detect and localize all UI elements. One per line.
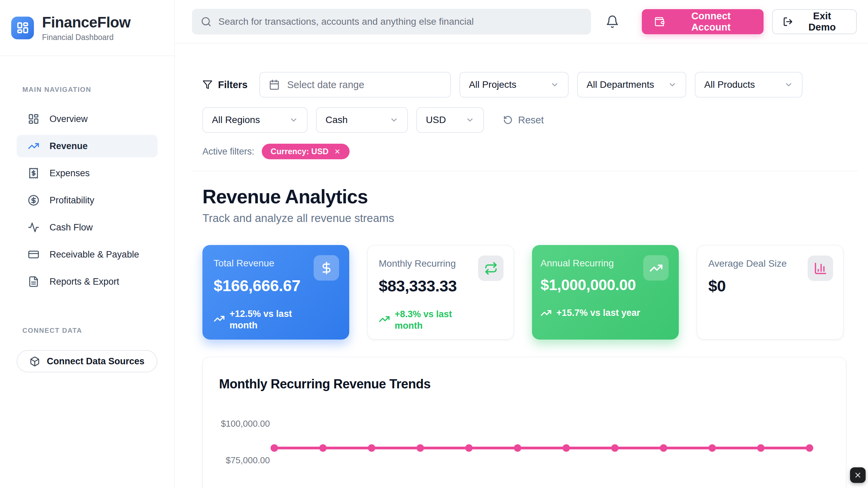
metric-card-annual-recurring: Annual Recurring $1,000,000.00 +15.7% vs… (532, 245, 679, 340)
products-select[interactable]: All Products (695, 72, 803, 98)
bar-chart-icon (814, 262, 827, 275)
sidebar-item-label: Profitability (50, 195, 94, 206)
date-range-input[interactable]: Select date range (259, 72, 451, 98)
wallet-icon (654, 16, 665, 27)
sidebar-item-receivable-payable[interactable]: Receivable & Payable (17, 243, 158, 266)
chevron-down-icon (390, 116, 398, 124)
exit-demo-button[interactable]: Exit Demo (772, 9, 857, 34)
connect-account-label: Connect Account (671, 11, 751, 33)
mrr-trends-chart-card: Monthly Recurring Revenue Trends $100,00… (202, 357, 846, 488)
notifications-button[interactable] (606, 14, 620, 29)
metric-cards: Total Revenue $166,666.67 +12.5% vs last… (202, 245, 846, 340)
main-content: Filters Select date range All Projects A… (175, 43, 868, 488)
metric-icon-chip (643, 255, 669, 281)
repeat-icon (484, 262, 498, 275)
reset-label: Reset (518, 115, 544, 126)
receipt-icon (28, 167, 39, 179)
connect-data-sources-button[interactable]: Connect Data Sources (17, 350, 157, 372)
floating-close-button[interactable] (850, 467, 866, 483)
filters-row-1: Filters Select date range All Projects A… (202, 72, 846, 98)
app-tagline: Financial Dashboard (42, 33, 131, 42)
layout-dashboard-icon (28, 113, 39, 125)
projects-select[interactable]: All Projects (459, 72, 569, 98)
sidebar-item-reports-export[interactable]: Reports & Export (17, 270, 158, 293)
y-axis-tick: $100,000.00 (219, 419, 270, 429)
filters-title: Filters (202, 79, 248, 90)
metric-icon-chip (808, 256, 833, 281)
date-range-placeholder: Select date range (287, 79, 364, 90)
close-icon[interactable] (334, 148, 341, 155)
main-navigation: MAIN NAVIGATION Overview Revenue Expense… (0, 86, 174, 372)
sidebar-item-expenses[interactable]: Expenses (17, 162, 158, 184)
dollar-sign-icon (320, 261, 333, 275)
sidebar-item-label: Reports & Export (50, 277, 119, 287)
cube-icon (29, 356, 40, 367)
chevron-down-icon (550, 80, 559, 89)
page-title: Revenue Analytics (202, 185, 846, 208)
sidebar-item-label: Expenses (50, 168, 90, 179)
sidebar: FinanceFlow Financial Dashboard MAIN NAV… (0, 0, 175, 488)
logout-icon (783, 17, 793, 27)
app-name: FinanceFlow (42, 14, 131, 31)
reset-filters-button[interactable]: Reset (503, 115, 544, 126)
active-filters-row: Active filters: Currency: USD (202, 144, 846, 159)
layout-dashboard-icon (16, 21, 29, 34)
metric-change: +8.3% vs last month (379, 309, 502, 332)
exit-demo-label: Exit Demo (798, 11, 846, 33)
circle-dollar-icon (28, 195, 39, 206)
payment-type-select[interactable]: Cash (316, 107, 408, 133)
metric-icon-chip (478, 256, 504, 281)
chevron-down-icon (668, 80, 677, 89)
activity-icon (28, 222, 39, 233)
trending-up-icon (214, 313, 225, 324)
section-divider (191, 171, 857, 171)
trending-up-icon (540, 307, 552, 319)
chart-title: Monthly Recurring Revenue Trends (219, 377, 830, 391)
chevron-down-icon (466, 116, 474, 124)
sidebar-item-label: Overview (50, 114, 88, 124)
metric-icon-chip (314, 255, 339, 281)
trending-up-icon (28, 140, 39, 152)
brand: FinanceFlow Financial Dashboard (0, 0, 174, 56)
search-input[interactable] (218, 16, 582, 27)
filter-chip-currency[interactable]: Currency: USD (262, 144, 350, 159)
currency-select[interactable]: USD (416, 107, 484, 133)
metric-change: +15.7% vs last year (540, 307, 668, 319)
funnel-icon (202, 80, 213, 90)
search-box[interactable] (192, 9, 591, 35)
metric-card-monthly-recurring: Monthly Recurring $83,333.33 +8.3% vs la… (367, 245, 514, 340)
rotate-ccw-icon (503, 115, 513, 125)
sidebar-item-profitability[interactable]: Profitability (17, 189, 158, 211)
metric-change: +12.5% vs last month (214, 308, 338, 331)
regions-select[interactable]: All Regions (202, 107, 308, 133)
app-logo (11, 17, 34, 39)
nav-section-label: MAIN NAVIGATION (22, 86, 158, 94)
calendar-icon (269, 79, 280, 90)
trending-up-icon (649, 261, 663, 275)
metric-card-average-deal-size: Average Deal Size $0 (697, 245, 844, 340)
active-filters-label: Active filters: (202, 146, 254, 157)
connect-data-label: CONNECT DATA (22, 327, 158, 334)
sidebar-item-overview[interactable]: Overview (17, 108, 158, 130)
filters-row-2: All Regions Cash USD Reset (202, 107, 846, 133)
chevron-down-icon (784, 80, 793, 89)
bell-icon (606, 15, 619, 28)
sidebar-item-label: Receivable & Payable (50, 249, 139, 260)
sidebar-item-revenue[interactable]: Revenue (17, 135, 158, 157)
topbar: Connect Account Exit Demo (175, 0, 868, 43)
search-icon (201, 16, 212, 27)
page-subtitle: Track and analyze all revenue streams (202, 212, 846, 225)
sidebar-item-label: Revenue (50, 141, 88, 151)
sidebar-item-label: Cash Flow (50, 222, 93, 233)
close-icon (854, 471, 862, 479)
departments-select[interactable]: All Departments (577, 72, 686, 98)
y-axis-tick: $75,000.00 (219, 455, 270, 466)
chevron-down-icon (289, 116, 298, 124)
file-text-icon (28, 276, 39, 287)
connect-account-button[interactable]: Connect Account (642, 9, 764, 34)
connect-data-sources-label: Connect Data Sources (47, 356, 144, 367)
sidebar-item-cash-flow[interactable]: Cash Flow (17, 216, 158, 239)
metric-card-total-revenue: Total Revenue $166,666.67 +12.5% vs last… (202, 245, 349, 340)
trending-up-icon (379, 313, 390, 325)
credit-card-icon (28, 249, 39, 260)
